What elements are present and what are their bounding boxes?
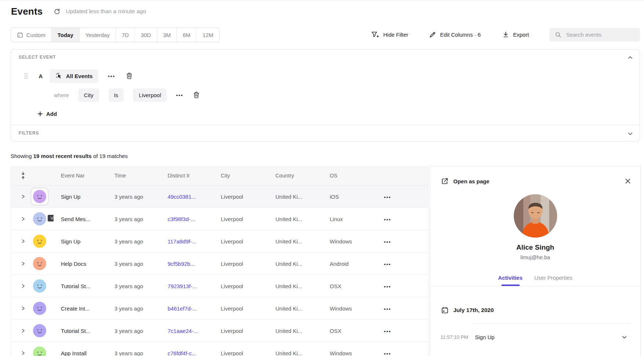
hide-filter-button[interactable]: Hide Filter <box>371 27 408 41</box>
profile-panel: Open as page Alice Singh limuj@he.ba <box>430 166 641 356</box>
row-more-button[interactable]: ••• <box>384 239 391 245</box>
table-row[interactable]: Tutorial St... 3 years ago 7c1aae24-... … <box>11 320 428 342</box>
chevron-down-icon[interactable] <box>622 334 627 340</box>
edit-columns-button[interactable]: Edit Columns · 6 <box>429 27 481 41</box>
user-avatar[interactable] <box>33 235 46 248</box>
table-row[interactable]: View Profile Send Mes... 3 years ago c3f… <box>11 208 428 230</box>
user-avatar[interactable] <box>33 346 46 356</box>
city-cell: Liverpool <box>213 194 268 200</box>
filter-more-button[interactable]: ••• <box>176 92 183 98</box>
table-row[interactable]: Help Docs 3 years ago 9cf5b92b... Liverp… <box>11 253 428 275</box>
chevron-up-icon[interactable] <box>627 55 633 60</box>
event-more-button[interactable]: ••• <box>108 73 116 79</box>
event-name-cell: Help Docs <box>54 261 107 267</box>
drag-handle-icon[interactable] <box>24 73 28 79</box>
date-range-tab-6m[interactable]: 6M <box>176 28 196 42</box>
col-distinct-id[interactable]: Distinct II <box>160 173 213 179</box>
pencil-icon <box>429 31 436 38</box>
table-row[interactable]: Sign Up 3 years ago 49cc0381... Liverpoo… <box>11 186 428 208</box>
date-range-tab-custom[interactable]: Custom <box>11 28 51 42</box>
city-cell: Liverpool <box>213 305 268 312</box>
chevron-right-icon[interactable] <box>21 239 26 244</box>
distinct-id-link[interactable]: 117a8d9f-... <box>160 238 213 245</box>
distinct-id-link[interactable]: 49cc0381... <box>160 194 213 200</box>
activity-date: July 17th, 2020 <box>453 307 494 313</box>
date-range-tab-7d[interactable]: 7D <box>116 28 135 42</box>
row-more-button[interactable]: ••• <box>384 217 391 222</box>
col-event-name[interactable]: Event Nar <box>54 173 107 179</box>
refresh-icon[interactable] <box>54 8 61 15</box>
chevron-right-icon[interactable] <box>21 351 26 356</box>
distinct-id-link[interactable]: c3f98f3d-... <box>160 216 213 222</box>
city-cell: Liverpool <box>213 283 268 289</box>
search-box[interactable] <box>549 28 640 41</box>
add-event-button[interactable]: Add <box>37 106 57 122</box>
city-cell: Liverpool <box>213 238 268 245</box>
chevron-right-icon[interactable] <box>21 216 26 221</box>
chevron-right-icon[interactable] <box>21 283 26 289</box>
row-more-button[interactable]: ••• <box>384 329 391 334</box>
chevron-right-icon[interactable] <box>21 328 26 333</box>
row-more-button[interactable]: ••• <box>384 306 391 312</box>
date-range-label: 3M <box>163 32 171 38</box>
row-more-button[interactable]: ••• <box>384 351 391 356</box>
open-as-page-button[interactable]: Open as page <box>441 177 489 185</box>
col-os[interactable]: OS <box>322 173 363 179</box>
activity-row[interactable]: 11:57:10 PM Sign Up <box>430 331 640 343</box>
trash-icon[interactable] <box>193 91 200 99</box>
user-avatar[interactable] <box>33 279 46 293</box>
user-avatar[interactable] <box>33 212 46 225</box>
user-avatar[interactable] <box>33 190 46 203</box>
expand-cell <box>11 283 30 289</box>
chevron-down-icon[interactable] <box>627 131 633 136</box>
event-selector-pill[interactable]: All Events <box>50 69 98 83</box>
user-avatar[interactable] <box>33 302 46 315</box>
date-range-tab-yesterday[interactable]: Yesterday <box>79 28 116 42</box>
user-avatar[interactable] <box>33 257 46 270</box>
filter-add-icon <box>371 31 379 38</box>
table-row[interactable]: App Install 3 years ago c76fdf4f-c... Li… <box>11 342 428 356</box>
search-input[interactable] <box>566 31 633 38</box>
distinct-id-link[interactable]: b461ef7d-... <box>160 305 213 312</box>
chevron-right-icon[interactable] <box>21 306 26 311</box>
user-avatar[interactable] <box>33 324 46 337</box>
time-cell: 3 years ago <box>107 194 160 200</box>
date-range-tab-today[interactable]: Today <box>51 28 79 42</box>
export-button[interactable]: Export <box>502 27 529 41</box>
trash-icon[interactable] <box>126 72 133 80</box>
avatar-frame <box>33 302 46 315</box>
distinct-id-link[interactable]: 7923913f-... <box>160 283 213 289</box>
activity-date-row: July 17th, 2020 <box>441 305 494 316</box>
date-range-tab-3m[interactable]: 3M <box>157 28 177 42</box>
profile-email: limuj@he.ba <box>430 254 640 260</box>
collapse-rows-icon[interactable] <box>21 172 26 180</box>
chevron-right-icon[interactable] <box>21 261 26 266</box>
results-summary: Showing 19 most recent results of 19 mat… <box>11 153 128 159</box>
tab-user-properties[interactable]: User Properties <box>534 275 572 286</box>
date-range-tab-30d[interactable]: 30D <box>135 28 157 42</box>
distinct-id-link[interactable]: 9cf5b92b... <box>160 261 213 267</box>
date-range-tab-12m[interactable]: 12M <box>196 28 219 42</box>
calendar-icon <box>17 32 23 38</box>
row-more-button[interactable]: ••• <box>384 194 391 200</box>
table-row[interactable]: Sign Up 3 years ago 117a8d9f-... Liverpo… <box>11 230 428 253</box>
filter-value-pill[interactable]: Liverpool <box>133 88 167 102</box>
chevron-right-icon[interactable] <box>21 194 26 199</box>
row-more-button[interactable]: ••• <box>384 261 391 267</box>
add-label: Add <box>46 111 57 117</box>
col-country[interactable]: Country <box>268 173 322 179</box>
city-cell: Liverpool <box>213 261 268 267</box>
os-cell: Linux <box>322 216 363 222</box>
table-row[interactable]: Tutorial St... 3 years ago 7923913f-... … <box>11 275 428 297</box>
col-city[interactable]: City <box>213 173 268 179</box>
table-row[interactable]: Create Int... 3 years ago b461ef7d-... L… <box>11 297 428 320</box>
close-icon[interactable] <box>625 178 631 184</box>
distinct-id-link[interactable]: c76fdf4f-c... <box>160 350 213 356</box>
distinct-id-link[interactable]: 7c1aae24-... <box>160 328 213 334</box>
row-more-button[interactable]: ••• <box>384 284 391 289</box>
filter-operator-pill[interactable]: Is <box>109 88 124 102</box>
col-time[interactable]: Time <box>107 173 160 179</box>
table-header-row: Event Nar Time Distinct II City Country … <box>11 166 428 186</box>
filter-property-pill[interactable]: City <box>78 88 99 102</box>
avatar-frame <box>33 346 46 356</box>
